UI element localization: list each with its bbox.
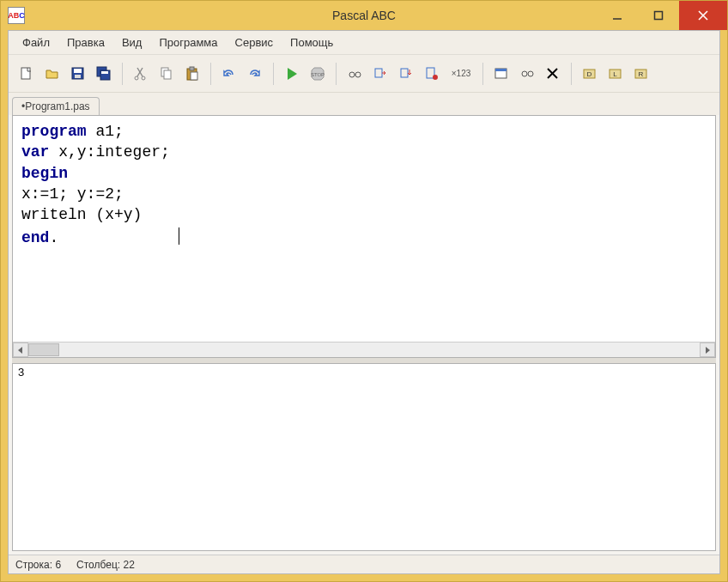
svg-rect-4 — [21, 68, 30, 79]
app-icon: ABC — [8, 7, 25, 24]
svg-rect-10 — [101, 71, 108, 74]
client-area: Файл Правка Вид Программа Сервис Помощь … — [8, 30, 720, 574]
keyword: end — [21, 229, 49, 246]
module3-icon[interactable]: R — [630, 63, 652, 85]
svg-point-33 — [528, 71, 533, 76]
svg-text:L: L — [613, 70, 617, 78]
svg-point-23 — [349, 72, 355, 77]
tabbar: •Program1.pas — [9, 93, 719, 115]
output-panel: 3 — [12, 363, 716, 551]
svg-point-24 — [355, 72, 361, 77]
undo-icon[interactable] — [218, 63, 240, 85]
glasses-icon[interactable] — [343, 63, 366, 85]
step-over-icon[interactable] — [369, 63, 391, 85]
close-icon[interactable] — [542, 63, 564, 85]
window-controls — [597, 1, 727, 30]
svg-point-29 — [433, 75, 438, 80]
statusbar: Строка: 6 Столбец: 22 — [9, 555, 719, 573]
step-into-icon[interactable] — [395, 63, 417, 85]
output-text[interactable]: 3 — [13, 364, 715, 550]
status-col: Столбец: 22 — [76, 559, 135, 571]
maximize-button[interactable] — [638, 1, 679, 30]
main-window: ABC Pascal ABC Файл Правка Вид Программа… — [0, 0, 728, 582]
breakpoint-icon[interactable] — [421, 63, 443, 85]
svg-rect-6 — [74, 69, 82, 73]
menu-service[interactable]: Сервис — [228, 33, 281, 52]
x123-icon[interactable]: ×123 — [446, 63, 476, 85]
svg-marker-43 — [706, 347, 710, 354]
svg-point-13 — [135, 76, 138, 80]
window-title: Pascal ABC — [332, 9, 396, 22]
svg-rect-31 — [495, 69, 507, 71]
keyword: var — [21, 143, 49, 161]
code-editor[interactable]: program a1; var x,y:integer; begin x:=1;… — [13, 116, 715, 342]
code-text: x:=1; y:=2; — [21, 185, 124, 203]
toolbar: STOP ×123 D L R — [9, 55, 719, 93]
svg-text:STOP: STOP — [311, 72, 325, 77]
code-text: . — [49, 229, 58, 246]
titlebar[interactable]: ABC Pascal ABC — [1, 1, 727, 30]
keyword: begin — [21, 165, 68, 182]
run-icon[interactable] — [281, 63, 303, 85]
svg-rect-16 — [164, 70, 171, 79]
menu-view[interactable]: Вид — [115, 33, 149, 52]
text-cursor — [179, 227, 179, 245]
menu-program[interactable]: Программа — [152, 33, 224, 52]
menu-edit[interactable]: Правка — [60, 33, 112, 52]
code-text: a1; — [87, 123, 124, 140]
svg-rect-19 — [191, 72, 197, 80]
window-icon[interactable] — [490, 63, 513, 85]
horizontal-scrollbar[interactable] — [13, 342, 715, 357]
scroll-thumb[interactable] — [28, 343, 59, 356]
copy-icon[interactable] — [155, 63, 178, 85]
toolbar-sep — [482, 63, 483, 85]
tab-program1[interactable]: •Program1.pas — [12, 97, 100, 115]
save-all-icon[interactable] — [93, 63, 115, 85]
module2-icon[interactable]: L — [604, 63, 627, 85]
svg-marker-42 — [18, 347, 22, 354]
scroll-right-icon[interactable] — [700, 343, 715, 357]
scroll-left-icon[interactable] — [13, 343, 28, 357]
redo-icon[interactable] — [244, 63, 266, 85]
svg-rect-27 — [401, 69, 408, 77]
code-text: writeln (x+y) — [21, 206, 142, 223]
toolbar-sep — [571, 63, 572, 85]
close-window-button[interactable] — [679, 1, 727, 30]
save-icon[interactable] — [67, 63, 89, 85]
menu-file[interactable]: Файл — [15, 33, 57, 52]
keyword: program — [21, 123, 87, 140]
svg-rect-18 — [190, 67, 194, 70]
cut-icon[interactable] — [130, 63, 152, 85]
scroll-track[interactable] — [28, 343, 700, 357]
paste-icon[interactable] — [181, 63, 203, 85]
minimize-button[interactable] — [597, 1, 638, 30]
goggles-icon[interactable] — [516, 63, 538, 85]
code-text: x,y:integer; — [49, 143, 169, 161]
svg-marker-20 — [288, 68, 297, 80]
svg-text:R: R — [639, 70, 644, 78]
status-line: Строка: 6 — [15, 559, 61, 571]
svg-point-32 — [522, 71, 527, 76]
toolbar-sep — [122, 63, 123, 85]
editor-panel: program a1; var x,y:integer; begin x:=1;… — [12, 115, 716, 358]
module1-icon[interactable]: D — [579, 63, 601, 85]
toolbar-sep — [336, 63, 337, 85]
toolbar-sep — [210, 63, 211, 85]
menu-help[interactable]: Помощь — [283, 33, 340, 52]
svg-rect-7 — [75, 75, 81, 78]
svg-point-14 — [142, 76, 145, 80]
open-file-icon[interactable] — [41, 63, 64, 85]
svg-rect-1 — [655, 12, 663, 20]
menubar: Файл Правка Вид Программа Сервис Помощь — [9, 31, 719, 55]
stop-icon[interactable]: STOP — [306, 63, 329, 85]
svg-rect-26 — [375, 69, 382, 77]
toolbar-sep — [273, 63, 274, 85]
svg-text:D: D — [587, 70, 592, 78]
new-file-icon[interactable] — [15, 63, 38, 85]
